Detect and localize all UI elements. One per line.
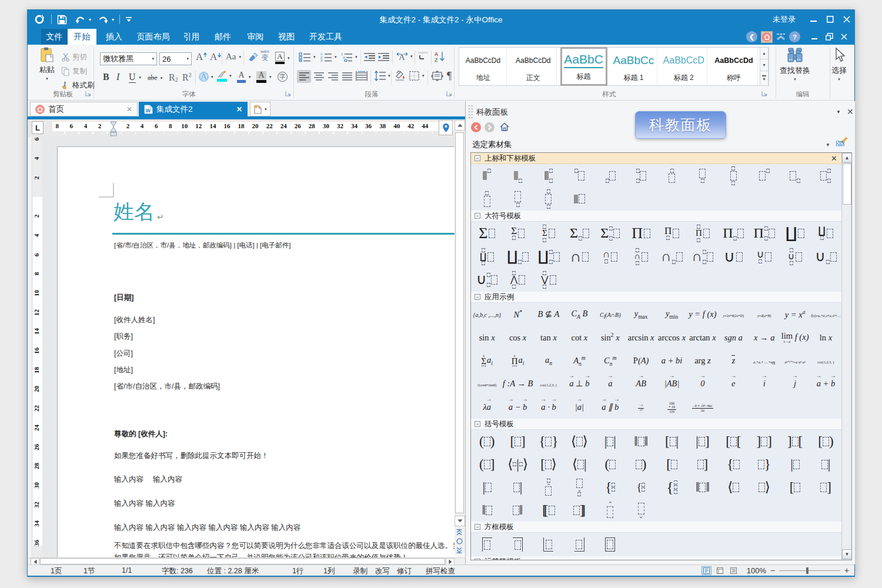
- template-item[interactable]: arctan x: [687, 326, 718, 349]
- select-browse-object-icon[interactable]: [456, 538, 463, 544]
- template-item[interactable]: ⟨: [718, 476, 749, 499]
- template-item[interactable]: ‖‖: [687, 476, 718, 499]
- scroll-up-icon[interactable]: [455, 120, 465, 131]
- panel-menu-icon[interactable]: ▼: [836, 109, 841, 115]
- template-item[interactable]: ∩: [564, 245, 594, 269]
- template-item[interactable]: ‖: [502, 499, 533, 522]
- vertical-ruler[interactable]: 64224681012141618202224262830323436: [33, 137, 42, 557]
- template-item[interactable]: [564, 164, 594, 188]
- template-item[interactable]: λa: [472, 396, 502, 419]
- zoom-level[interactable]: 100%: [747, 566, 766, 575]
- styles-dialog-launcher-icon[interactable]: [761, 91, 767, 96]
- template-item[interactable]: [⟩: [533, 453, 564, 476]
- doc-line[interactable]: [收件人姓名]: [114, 315, 155, 325]
- collapse-section-icon[interactable]: −: [475, 155, 480, 161]
- template-item[interactable]: y = xa: [780, 303, 810, 326]
- template-item[interactable]: ∐: [533, 245, 564, 269]
- template-item[interactable]: AB: [626, 372, 656, 395]
- doc-line[interactable]: 输入内容 输入内容: [114, 499, 175, 508]
- paste-button[interactable]: 粘贴 ▾: [35, 47, 59, 81]
- doc-line[interactable]: [公司]: [114, 349, 133, 358]
- template-item[interactable]: cos{1,2,3, }: [810, 349, 841, 372]
- status-item[interactable]: 1行: [292, 566, 303, 576]
- template-item[interactable]: a · b: [533, 396, 564, 419]
- doc-minimize-icon[interactable]: [810, 32, 819, 42]
- template-item[interactable]: {}: [533, 430, 564, 453]
- font-color-icon[interactable]: A▾: [237, 71, 251, 83]
- style-scroll-down-icon[interactable]: ▼: [760, 59, 769, 71]
- template-item[interactable]: Cnm: [595, 349, 626, 372]
- multilevel-list-icon[interactable]: 1A▾: [340, 52, 358, 62]
- menu-tab-3[interactable]: 页面布局: [132, 29, 175, 45]
- template-item[interactable]: ‖‖: [626, 430, 656, 453]
- section-header[interactable]: −应用示例: [471, 292, 851, 303]
- template-item[interactable]: [564, 533, 594, 556]
- grow-font-button[interactable]: A: [196, 51, 208, 63]
- maximize-icon[interactable]: [823, 13, 838, 26]
- doc-line[interactable]: 如果您愿意，还可以简单介绍一下自己，并说明您能为该公司和该职位带来的价值与优势！: [114, 553, 408, 557]
- italic-button[interactable]: I: [116, 72, 119, 82]
- template-item[interactable]: ]: [687, 453, 718, 476]
- template-item[interactable]: [502, 533, 533, 556]
- template-item[interactable]: i: [749, 372, 780, 395]
- template-item[interactable]: Σ: [472, 222, 502, 245]
- panel-back-icon[interactable]: [471, 122, 481, 132]
- template-item[interactable]: [): [810, 430, 841, 453]
- doc-tab-home[interactable]: 首页 ✕: [30, 102, 138, 116]
- panel-home-icon[interactable]: [499, 122, 510, 132]
- font-name-combo[interactable]: 微软雅黑▾: [100, 52, 157, 65]
- template-item[interactable]: (): [472, 430, 502, 453]
- material-edit-icon[interactable]: [835, 136, 848, 148]
- template-item[interactable]: y = f (x): [687, 303, 718, 326]
- horizontal-ruler[interactable]: 8642246810121416182022242628303234363840…: [52, 122, 463, 131]
- template-item[interactable]: arg z: [687, 349, 718, 372]
- template-item[interactable]: ⌢: [533, 476, 564, 499]
- doc-line[interactable]: [日期]: [114, 293, 133, 302]
- shrink-font-button[interactable]: A: [210, 51, 222, 63]
- template-item[interactable]: ∐: [780, 222, 810, 245]
- style-scroll-up-icon[interactable]: ▲: [760, 47, 769, 59]
- template-item[interactable]: 100+ 10110: [656, 396, 687, 419]
- menu-tab-2[interactable]: 插入: [96, 29, 132, 45]
- template-item[interactable]: ][: [780, 430, 810, 453]
- doc-line[interactable]: [省/市/自治区，市/县，地址，邮政编码] | [电话] | [电子邮件]: [114, 240, 291, 250]
- template-item[interactable]: Π: [626, 222, 656, 245]
- template-item[interactable]: ∪: [780, 245, 810, 269]
- char-border-icon[interactable]: A▾: [275, 52, 290, 64]
- zoom-slider-handle[interactable]: [806, 567, 808, 574]
- show-marks-icon[interactable]: ¶: [447, 70, 452, 82]
- template-item[interactable]: [472, 188, 502, 211]
- status-item[interactable]: 改写: [375, 566, 390, 576]
- template-item[interactable]: a ⊥ b: [564, 372, 594, 395]
- status-item[interactable]: 字数: 236: [162, 566, 193, 576]
- document-viewport[interactable]: 64224681012141618202224262830323436 姓名 ↵…: [31, 137, 455, 557]
- template-item[interactable]: Σ: [502, 222, 533, 245]
- template-item[interactable]: cos x: [502, 326, 533, 349]
- template-item[interactable]: |a|: [564, 396, 594, 419]
- format-painter-button[interactable]: 格式刷: [61, 81, 95, 91]
- template-item[interactable]: [533, 188, 564, 211]
- status-item[interactable]: 1节: [83, 566, 95, 576]
- copy-button[interactable]: 复制: [61, 66, 87, 76]
- template-item[interactable]: }: [749, 453, 780, 476]
- doc-tab-current[interactable]: W 集成文件2 ✕: [139, 102, 248, 116]
- section-header[interactable]: −上标和下标模板✕: [471, 153, 851, 164]
- template-item[interactable]: ∪: [810, 245, 841, 269]
- decrease-indent-icon[interactable]: [364, 52, 375, 62]
- prev-page-icon[interactable]: [456, 529, 463, 536]
- select-button[interactable]: 选择 ▾: [829, 47, 849, 82]
- style-more-icon[interactable]: ▼: [760, 71, 769, 86]
- style-card-标题[interactable]: AaBbC标题: [560, 47, 607, 86]
- section-header[interactable]: −括号模板: [471, 419, 851, 430]
- next-page-icon[interactable]: [456, 547, 463, 554]
- template-item[interactable]: ⌃: [595, 499, 626, 522]
- panel-forward-icon[interactable]: [485, 122, 495, 132]
- template-item[interactable]: ||: [595, 430, 626, 453]
- vscroll-thumb[interactable]: [455, 132, 464, 513]
- template-item[interactable]: ∪: [472, 268, 502, 292]
- panel-close-icon[interactable]: ✕: [847, 107, 854, 116]
- template-item[interactable]: ⋀: [502, 268, 533, 292]
- template-item[interactable]: |: [472, 476, 502, 499]
- distribute-button[interactable]: [356, 71, 368, 81]
- style-card-标题 2[interactable]: AaBbCcD标题 2: [660, 48, 707, 85]
